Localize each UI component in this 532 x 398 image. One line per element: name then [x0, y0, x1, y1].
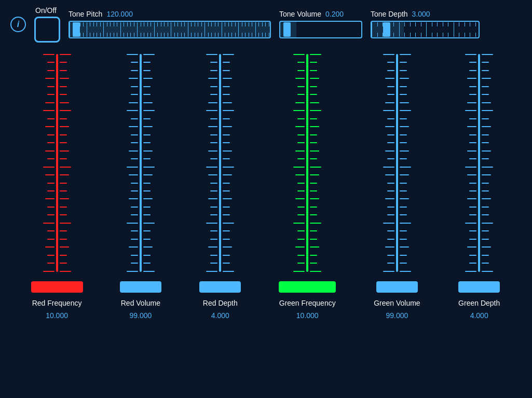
slider-col-red-volume: Red Volume99.000 — [120, 54, 161, 320]
v-track-red-frequency — [56, 54, 58, 272]
v-thumb-green-frequency[interactable] — [279, 281, 336, 293]
v-ticks-left-red-depth — [199, 54, 217, 272]
v-slider-green-volume[interactable] — [376, 54, 418, 293]
v-ticks-left-red-volume — [120, 54, 138, 272]
v-ticks-left-green-depth — [458, 54, 476, 272]
v-slider-green-frequency[interactable] — [287, 54, 328, 293]
slider-value-red-volume: 99.000 — [129, 311, 152, 320]
v-thumb-red-depth[interactable] — [199, 281, 241, 293]
tone-depth-label: Tone Depth — [371, 10, 408, 18]
tone-pitch-label: Tone Pitch — [69, 10, 102, 18]
sliders-area: Red Frequency10.000Red Volume99.000Red D… — [0, 49, 532, 320]
slider-name-red-frequency: Red Frequency — [32, 299, 82, 307]
tone-volume-group: Tone Volume 0.200 — [279, 10, 362, 39]
slider-col-green-volume: Green Volume99.000 — [374, 54, 420, 320]
tone-depth-group: Tone Depth 3.000 — [371, 10, 480, 39]
v-track-red-depth — [219, 54, 221, 272]
onoff-toggle[interactable] — [34, 17, 60, 43]
v-track-red-volume — [140, 54, 142, 272]
v-ticks-right-green-volume — [400, 54, 418, 272]
v-slider-red-volume[interactable] — [120, 54, 161, 293]
v-thumb-green-volume[interactable] — [376, 281, 418, 293]
info-button[interactable]: i — [10, 17, 26, 32]
top-controls: i On/Off Tone Pitch 120.000 Tone Volume … — [0, 0, 532, 49]
slider-name-green-depth: Green Depth — [458, 299, 500, 307]
v-slider-red-depth[interactable] — [199, 54, 241, 293]
slider-value-red-frequency: 10.000 — [46, 311, 68, 320]
tone-depth-slider[interactable] — [371, 20, 480, 39]
v-thumb-green-depth[interactable] — [458, 281, 500, 293]
v-ticks-right-red-depth — [223, 54, 241, 272]
slider-name-red-depth: Red Depth — [203, 299, 238, 307]
tone-depth-value: 3.000 — [412, 10, 430, 18]
v-ticks-left-red-frequency — [36, 54, 54, 272]
slider-col-red-depth: Red Depth4.000 — [199, 54, 241, 320]
v-thumb-red-volume[interactable] — [120, 281, 161, 293]
slider-col-green-frequency: Green Frequency10.000 — [279, 54, 336, 320]
v-ticks-left-green-frequency — [287, 54, 305, 272]
slider-col-red-frequency: Red Frequency10.000 — [32, 54, 82, 320]
v-ticks-left-green-volume — [376, 54, 394, 272]
v-ticks-right-red-frequency — [60, 54, 78, 272]
v-track-green-volume — [396, 54, 398, 272]
v-ticks-right-red-volume — [143, 54, 161, 272]
tone-volume-label: Tone Volume — [279, 10, 321, 18]
tone-pitch-group: Tone Pitch 120.000 — [69, 10, 271, 39]
slider-name-green-frequency: Green Frequency — [279, 299, 336, 307]
v-track-green-frequency — [306, 54, 308, 272]
v-thumb-red-frequency[interactable] — [31, 281, 83, 293]
tone-pitch-value: 120.000 — [106, 10, 133, 18]
onoff-section: On/Off — [34, 6, 60, 43]
slider-value-red-depth: 4.000 — [211, 311, 229, 320]
v-ticks-right-green-frequency — [310, 54, 328, 272]
slider-value-green-depth: 4.000 — [470, 311, 488, 320]
slider-value-green-volume: 99.000 — [386, 311, 408, 320]
slider-col-green-depth: Green Depth4.000 — [458, 54, 500, 320]
tone-volume-thumb[interactable] — [283, 22, 291, 37]
tone-volume-slider[interactable] — [279, 20, 362, 39]
onoff-label: On/Off — [35, 6, 57, 15]
tone-volume-value: 0.200 — [325, 10, 344, 18]
v-slider-red-frequency[interactable] — [36, 54, 78, 293]
slider-name-green-volume: Green Volume — [374, 299, 420, 307]
slider-value-green-frequency: 10.000 — [296, 311, 319, 320]
v-track-green-depth — [478, 54, 480, 272]
v-ticks-right-green-depth — [482, 54, 500, 272]
tone-pitch-slider[interactable] — [69, 20, 271, 39]
slider-name-red-volume: Red Volume — [121, 299, 160, 307]
v-slider-green-depth[interactable] — [458, 54, 500, 293]
